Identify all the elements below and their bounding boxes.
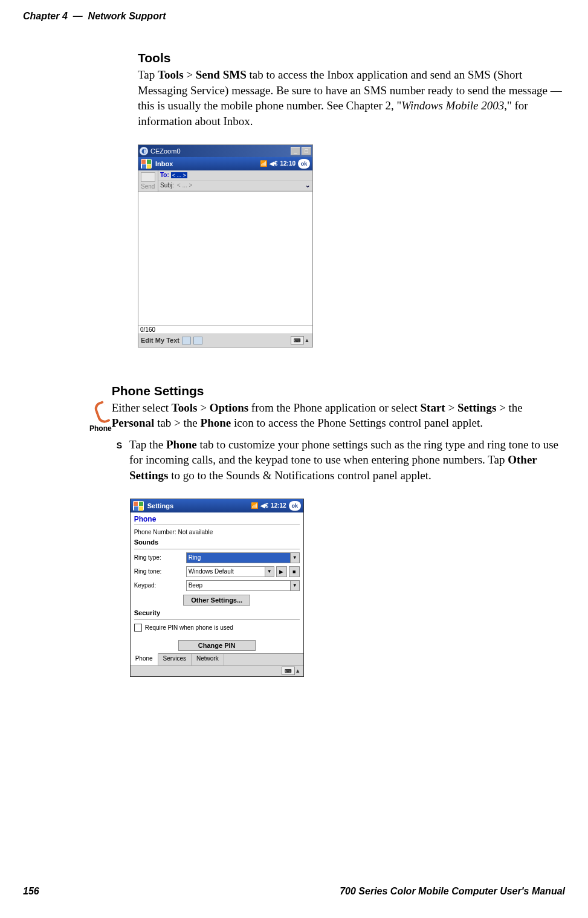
tab-network[interactable]: Network xyxy=(192,654,224,665)
signal-icon: 📶 xyxy=(260,160,267,167)
tab-phone[interactable]: Phone xyxy=(131,653,158,665)
phone-icon-label: Phone xyxy=(89,424,112,433)
phone-number-row: Phone Number: Not available xyxy=(134,529,300,535)
settings-title: Settings xyxy=(147,502,173,509)
start-flag-icon[interactable] xyxy=(133,501,144,511)
keyboard-icon[interactable]: ⌨ xyxy=(291,336,304,344)
stop-button[interactable]: ■ xyxy=(289,566,300,577)
ring-tone-row: Ring tone: Windows Default ▼ ▶ ■ xyxy=(134,566,300,577)
edit-my-text-button[interactable]: Edit My Text xyxy=(141,337,179,344)
em-dash: — xyxy=(73,11,83,21)
ring-type-label: Ring type: xyxy=(134,554,186,561)
play-button[interactable]: ▶ xyxy=(276,566,287,577)
page-footer: 156 700 Series Color Mobile Computer Use… xyxy=(0,886,588,897)
chapter-number: Chapter 4 xyxy=(23,11,68,21)
keypad-label: Keypad: xyxy=(134,582,186,589)
keypad-row: Keypad: Beep ▼ xyxy=(134,580,300,591)
toolbar-icon-2[interactable] xyxy=(193,337,202,344)
bottom-toolbar: Edit My Text ⌨ ▲ xyxy=(138,334,312,347)
char-counter: 0/160 xyxy=(138,325,312,334)
phone-settings-heading: Phone Settings xyxy=(112,384,565,398)
tab-services[interactable]: Services xyxy=(158,654,192,665)
phone-number-value: Not available xyxy=(178,529,213,535)
ring-type-row: Ring type: Ring ▼ xyxy=(134,552,300,563)
phone-applet-icon: Phone xyxy=(89,384,112,677)
ring-tone-dropdown[interactable]: Windows Default ▼ xyxy=(186,566,274,577)
chevron-down-icon[interactable]: ▼ xyxy=(290,581,299,590)
settings-bottom-bar: ⌨ ▲ xyxy=(131,665,303,676)
chevron-down-icon[interactable]: ▼ xyxy=(265,567,274,577)
subject-placeholder: < ... > xyxy=(176,182,193,189)
other-settings-button[interactable]: Other Settings... xyxy=(183,595,250,606)
keypad-dropdown[interactable]: Beep ▼ xyxy=(186,580,300,591)
up-arrow-icon[interactable]: ▲ xyxy=(295,668,301,674)
to-label: To: xyxy=(158,172,171,178)
sounds-heading: Sounds xyxy=(134,538,300,546)
settings-tabs: Phone Services Network xyxy=(131,653,303,665)
keyboard-icon[interactable]: ⌨ xyxy=(282,667,295,675)
tools-paragraph: Tap Tools > Send SMS tab to access the I… xyxy=(138,67,565,129)
tools-heading: Tools xyxy=(138,51,565,65)
bullet-item: S Tap the Phone tab to customize your ph… xyxy=(117,437,565,483)
window-title: CEZoom0 xyxy=(150,147,181,155)
bullet-marker-icon: S xyxy=(117,440,122,483)
phone-settings-paragraph: Either select Tools > Options from the P… xyxy=(112,400,565,431)
manual-title: 700 Series Color Mobile Computer User's … xyxy=(340,886,565,897)
to-recipient-chip[interactable]: < ... > xyxy=(171,172,187,178)
require-pin-checkbox[interactable] xyxy=(134,624,142,632)
security-heading: Security xyxy=(134,609,300,616)
up-arrow-icon[interactable]: ▲ xyxy=(304,337,310,343)
app-name: Inbox xyxy=(155,160,173,167)
signal-icon: 📶 xyxy=(251,502,258,509)
settings-top-bar: Settings 📶 ◀€ 12:12 ok xyxy=(131,499,303,512)
minimize-button[interactable]: _ xyxy=(291,147,300,155)
maximize-button[interactable]: □ xyxy=(302,147,311,155)
message-body-input[interactable] xyxy=(138,192,312,325)
app-icon: ◐ xyxy=(140,147,148,155)
ok-button[interactable]: ok xyxy=(298,159,310,169)
subject-label: Subj: xyxy=(158,182,176,189)
require-pin-label: Require PIN when phone is used xyxy=(145,624,233,631)
change-pin-button[interactable]: Change PIN xyxy=(178,640,256,651)
ring-type-dropdown[interactable]: Ring ▼ xyxy=(186,552,300,563)
volume-icon: ◀€ xyxy=(270,160,278,167)
phone-number-label: Phone Number: xyxy=(134,529,176,535)
running-header: Chapter 4 — Network Support xyxy=(0,0,588,22)
ce-top-bar: Inbox 📶 ◀€ 12:10 ok xyxy=(138,157,312,170)
window-titlebar: ◐ CEZoom0 _ □ xyxy=(138,145,312,157)
to-field[interactable]: To: < ... > xyxy=(158,170,312,181)
subject-field[interactable]: Subj: < ... > ⌄ xyxy=(158,181,312,191)
send-button[interactable]: Send xyxy=(138,170,158,192)
phone-section-link[interactable]: Phone xyxy=(134,515,300,523)
chevron-down-icon[interactable]: ▼ xyxy=(290,553,299,563)
phone-settings-screenshot: Settings 📶 ◀€ 12:12 ok Phone Phone Numbe… xyxy=(130,499,304,677)
envelope-icon xyxy=(141,172,155,182)
clock: 12:12 xyxy=(271,502,286,509)
phone-handset-icon xyxy=(94,402,106,422)
start-flag-icon[interactable] xyxy=(141,159,152,169)
require-pin-row[interactable]: Require PIN when phone is used xyxy=(134,624,300,632)
chapter-title: Network Support xyxy=(88,11,166,21)
toolbar-icon-1[interactable] xyxy=(182,337,191,344)
expand-chevron-icon[interactable]: ⌄ xyxy=(303,182,312,189)
ok-button[interactable]: ok xyxy=(289,501,301,511)
compose-header: Send To: < ... > Subj: < ... > ⌄ xyxy=(138,170,312,192)
ring-tone-label: Ring tone: xyxy=(134,568,186,575)
clock: 12:10 xyxy=(280,160,296,167)
page-number: 156 xyxy=(23,886,39,897)
sms-compose-screenshot: ◐ CEZoom0 _ □ Inbox 📶 ◀€ 12:10 ok Send xyxy=(138,144,313,347)
volume-icon: ◀€ xyxy=(260,502,269,509)
